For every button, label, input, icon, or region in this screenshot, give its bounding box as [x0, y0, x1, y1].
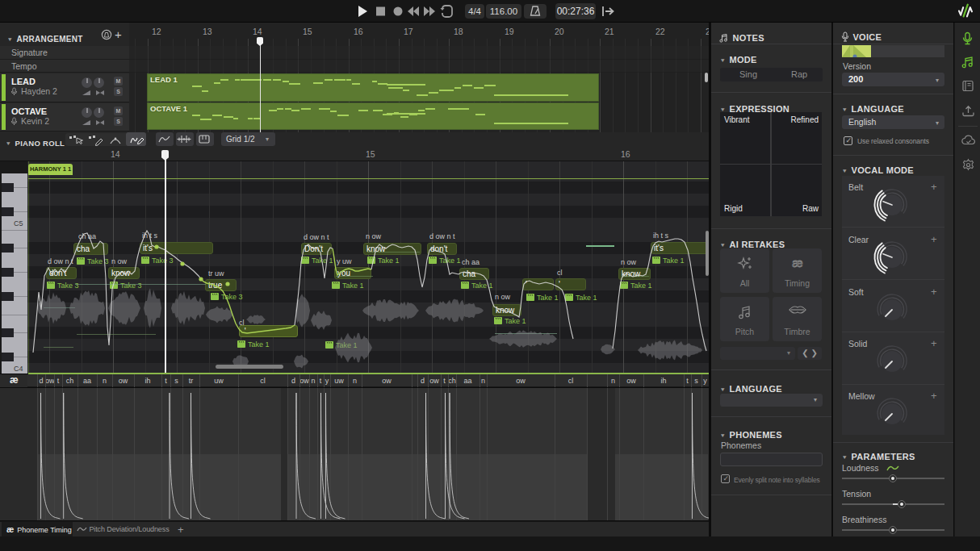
svg-text:æ: æ — [792, 256, 802, 269]
